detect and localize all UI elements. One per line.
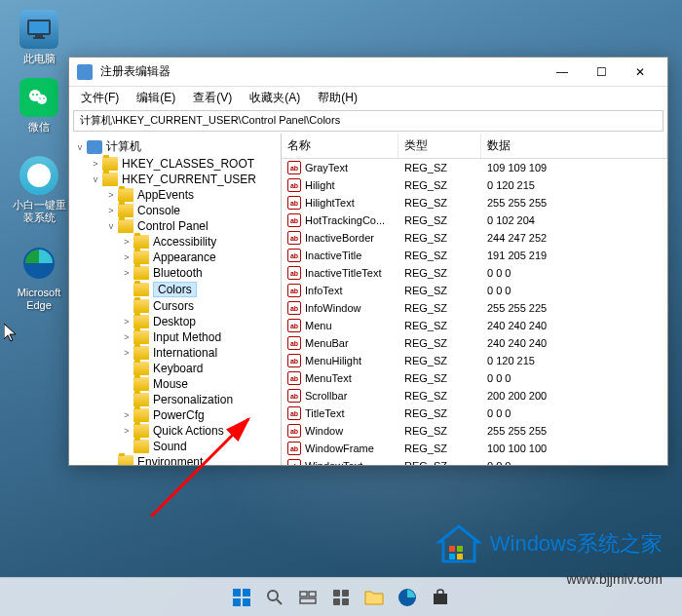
tree-node-mouse[interactable]: Mouse: [69, 376, 281, 392]
tree-node-desktop[interactable]: >Desktop: [69, 314, 281, 329]
registry-value-row[interactable]: abInfoWindowREG_SZ255 255 225: [282, 299, 667, 317]
column-header-type[interactable]: 类型: [398, 134, 481, 158]
chevron-right-icon[interactable]: >: [120, 410, 133, 420]
registry-value-row[interactable]: abScrollbarREG_SZ200 200 200: [282, 387, 667, 404]
menu-favorites[interactable]: 收藏夹(A): [242, 88, 308, 108]
registry-value-row[interactable]: abTitleTextREG_SZ0 0 0: [282, 404, 667, 422]
menu-edit[interactable]: 编辑(E): [129, 88, 183, 108]
registry-value-row[interactable]: abInfoTextREG_SZ0 0 0: [282, 282, 667, 299]
chevron-right-icon[interactable]: >: [120, 348, 133, 358]
tree-node-colors[interactable]: Colors: [69, 281, 281, 298]
value-type: REG_SZ: [398, 335, 481, 351]
chevron-right-icon[interactable]: >: [120, 426, 133, 436]
tree-node-international[interactable]: >International: [69, 345, 281, 361]
registry-value-row[interactable]: abHilightREG_SZ0 120 215: [282, 176, 667, 194]
widgets-icon[interactable]: [327, 584, 355, 611]
folder-icon: [133, 362, 149, 375]
menu-file[interactable]: 文件(F): [73, 88, 127, 108]
tree-node-powercfg[interactable]: >PowerCfg: [69, 407, 281, 423]
explorer-icon[interactable]: [360, 584, 388, 611]
chevron-down-icon[interactable]: v: [89, 174, 102, 184]
svg-rect-23: [300, 592, 307, 597]
search-icon[interactable]: [261, 584, 288, 611]
tree-node-sound[interactable]: Sound: [69, 439, 281, 454]
task-view-icon[interactable]: [294, 584, 322, 611]
desktop-icon-this-pc[interactable]: 此电脑: [10, 10, 68, 65]
registry-value-row[interactable]: abMenuTextREG_SZ0 0 0: [282, 369, 667, 387]
tree-node-hkey-classes-root[interactable]: >HKEY_CLASSES_ROOT: [69, 156, 281, 172]
edge-taskbar-icon[interactable]: [394, 584, 421, 611]
registry-value-row[interactable]: abInactiveBorderREG_SZ244 247 252: [282, 229, 667, 247]
tree-node-cursors[interactable]: Cursors: [69, 298, 281, 314]
value-data: 0 0 0: [481, 265, 667, 281]
menu-view[interactable]: 查看(V): [185, 88, 240, 108]
registry-value-row[interactable]: abInactiveTitleTextREG_SZ0 0 0: [282, 264, 667, 282]
value-data: 244 247 252: [481, 230, 667, 246]
value-name: abInfoWindow: [282, 300, 398, 316]
tree-node-appevents[interactable]: >AppEvents: [69, 187, 281, 203]
registry-value-row[interactable]: abHilightTextREG_SZ255 255 255: [282, 194, 667, 212]
titlebar[interactable]: 注册表编辑器 — ☐ ✕: [69, 58, 667, 87]
tree-label: International: [153, 346, 217, 360]
registry-value-row[interactable]: abMenuBarREG_SZ240 240 240: [282, 334, 667, 352]
address-bar[interactable]: 计算机\HKEY_CURRENT_USER\Control Panel\Colo…: [73, 110, 663, 132]
chevron-right-icon[interactable]: >: [120, 268, 133, 278]
tree-node-hkey-current-user[interactable]: vHKEY_CURRENT_USER: [69, 172, 281, 187]
svg-rect-24: [309, 592, 316, 597]
close-button[interactable]: ✕: [621, 58, 660, 86]
value-data: 0 0 0: [481, 405, 667, 421]
tree-root[interactable]: v 计算机: [69, 137, 281, 156]
column-header-name[interactable]: 名称: [282, 134, 398, 158]
tree-node-console[interactable]: >Console: [69, 203, 281, 218]
list-panel[interactable]: 名称 类型 数据 abGrayTextREG_SZ109 109 109abHi…: [282, 134, 667, 465]
tree-node-bluetooth[interactable]: >Bluetooth: [69, 265, 281, 281]
store-icon[interactable]: [427, 584, 454, 611]
chevron-right-icon[interactable]: >: [104, 206, 118, 215]
tree-panel[interactable]: v 计算机 >HKEY_CLASSES_ROOTvHKEY_CURRENT_US…: [69, 134, 282, 465]
chevron-right-icon[interactable]: >: [120, 332, 133, 342]
tree-node-environment[interactable]: Environment: [69, 454, 281, 465]
column-header-data[interactable]: 数据: [481, 134, 667, 158]
folder-icon: [102, 173, 118, 186]
tree-node-quick-actions[interactable]: >Quick Actions: [69, 423, 281, 439]
svg-rect-25: [300, 598, 316, 603]
tree-label: Accessibility: [153, 235, 216, 249]
desktop-icon-label: 微信: [10, 121, 68, 134]
tree-node-accessibility[interactable]: >Accessibility: [69, 234, 281, 250]
tree-node-input-method[interactable]: >Input Method: [69, 329, 281, 345]
chevron-right-icon[interactable]: >: [120, 237, 133, 247]
chevron-down-icon[interactable]: v: [73, 142, 87, 152]
regedit-icon: [77, 64, 93, 80]
desktop-icon-xiaobai[interactable]: 小白一键重装系统: [10, 156, 68, 224]
folder-icon: [133, 266, 149, 280]
registry-value-row[interactable]: abMenuHilightREG_SZ0 120 215: [282, 352, 667, 369]
start-button[interactable]: [228, 584, 255, 611]
tree-node-keyboard[interactable]: Keyboard: [69, 361, 281, 376]
registry-value-row[interactable]: abHotTrackingCo...REG_SZ0 102 204: [282, 212, 667, 229]
chevron-right-icon[interactable]: >: [89, 159, 102, 169]
wechat-icon: [19, 78, 58, 117]
svg-rect-31: [434, 594, 447, 604]
registry-value-row[interactable]: abMenuREG_SZ240 240 240: [282, 317, 667, 334]
tree-node-appearance[interactable]: >Appearance: [69, 250, 281, 265]
desktop-icon-wechat[interactable]: 微信: [10, 78, 68, 134]
svg-rect-28: [333, 598, 340, 605]
taskbar[interactable]: [0, 577, 682, 616]
tree-node-personalization[interactable]: Personalization: [69, 392, 281, 407]
desktop-icon-edge[interactable]: Microsoft Edge: [10, 244, 68, 312]
registry-value-row[interactable]: abWindowTextREG_SZ0 0 0: [282, 457, 667, 465]
registry-value-row[interactable]: abInactiveTitleREG_SZ191 205 219: [282, 247, 667, 264]
registry-value-row[interactable]: abGrayTextREG_SZ109 109 109: [282, 159, 667, 176]
chevron-right-icon[interactable]: >: [120, 252, 133, 262]
registry-value-row[interactable]: abWindowREG_SZ255 255 255: [282, 422, 667, 440]
tree-label: Bluetooth: [153, 266, 203, 280]
chevron-right-icon[interactable]: >: [120, 317, 133, 327]
minimize-button[interactable]: —: [543, 58, 582, 86]
tree-node-control-panel[interactable]: vControl Panel: [69, 218, 281, 234]
maximize-button[interactable]: ☐: [582, 58, 621, 86]
value-data: 109 109 109: [481, 160, 667, 175]
chevron-down-icon[interactable]: v: [104, 221, 118, 231]
chevron-right-icon[interactable]: >: [104, 190, 118, 200]
registry-value-row[interactable]: abWindowFrameREG_SZ100 100 100: [282, 440, 667, 457]
menu-help[interactable]: 帮助(H): [310, 88, 365, 108]
